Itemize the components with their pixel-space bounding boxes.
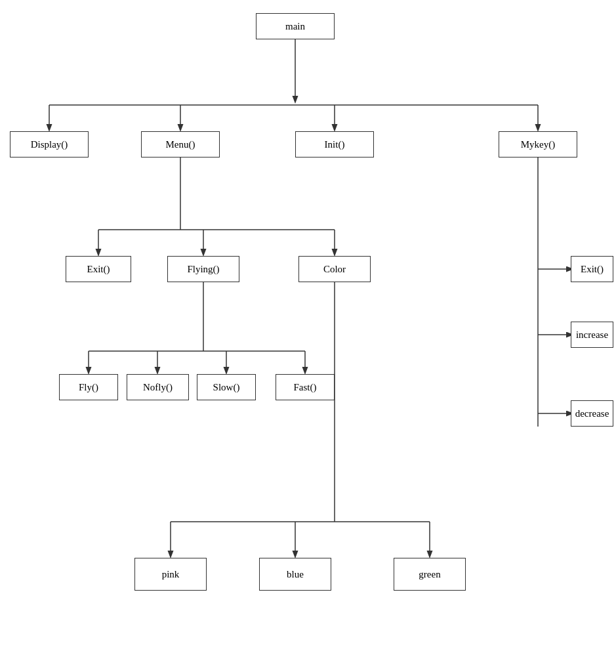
node-decrease-label: decrease [575,408,609,419]
node-main-label: main [285,21,305,32]
node-fast-label: Fast() [294,382,317,393]
node-exit1-label: Exit() [87,264,110,275]
node-slow: Slow() [197,374,256,400]
node-display: Display() [10,131,89,158]
node-init-label: Init() [325,139,345,150]
node-mykey: Mykey() [499,131,577,158]
node-flying-label: Flying() [187,264,219,275]
node-increase: increase [571,322,613,348]
node-pink-label: pink [162,569,180,580]
node-green: green [394,558,466,591]
node-menu: Menu() [141,131,220,158]
node-exit2: Exit() [571,256,613,282]
diagram: main Display() Menu() Init() Mykey() Exi… [0,0,616,672]
node-blue-label: blue [287,569,304,580]
node-color-label: Color [323,264,346,275]
node-exit1: Exit() [66,256,131,282]
node-pink: pink [134,558,207,591]
node-color: Color [298,256,371,282]
node-display-label: Display() [31,139,68,150]
node-green-label: green [419,569,440,580]
node-blue: blue [259,558,331,591]
node-decrease: decrease [571,400,613,427]
node-fly: Fly() [59,374,118,400]
node-nofly-label: Nofly() [143,382,173,393]
node-mykey-label: Mykey() [521,139,556,150]
node-slow-label: Slow() [213,382,240,393]
node-fast: Fast() [276,374,335,400]
node-menu-label: Menu() [166,139,195,150]
node-exit2-label: Exit() [581,264,604,275]
node-nofly: Nofly() [127,374,189,400]
node-init: Init() [295,131,374,158]
node-main: main [256,13,335,39]
node-flying: Flying() [167,256,239,282]
node-fly-label: Fly() [79,382,98,393]
node-increase-label: increase [576,329,608,341]
